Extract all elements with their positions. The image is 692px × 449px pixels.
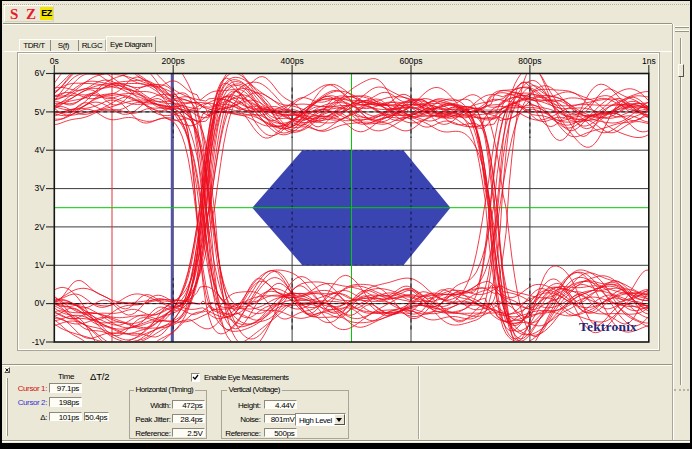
svg-text:2V: 2V xyxy=(35,222,46,232)
svg-text:5V: 5V xyxy=(35,107,46,117)
svg-text:200ps: 200ps xyxy=(162,56,185,66)
svg-text:0V: 0V xyxy=(35,298,46,308)
svg-text:-1V: -1V xyxy=(32,337,46,347)
svg-text:6V: 6V xyxy=(35,68,46,78)
svg-text:Tektronix: Tektronix xyxy=(579,319,637,334)
svg-text:1ns: 1ns xyxy=(642,56,656,66)
svg-text:4V: 4V xyxy=(35,145,46,155)
svg-text:0s: 0s xyxy=(50,56,59,66)
svg-text:400ps: 400ps xyxy=(281,56,304,66)
svg-text:800ps: 800ps xyxy=(518,56,541,66)
svg-text:3V: 3V xyxy=(35,183,46,193)
svg-text:1V: 1V xyxy=(35,260,46,270)
svg-text:600ps: 600ps xyxy=(399,56,422,66)
